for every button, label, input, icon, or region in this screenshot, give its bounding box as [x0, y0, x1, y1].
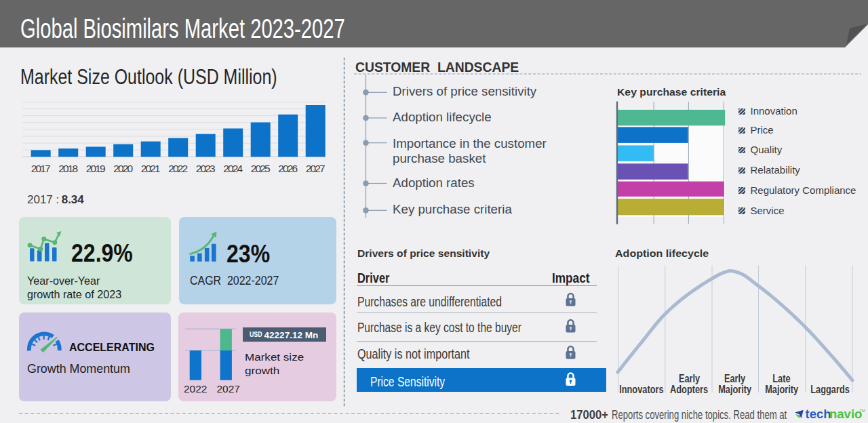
svg-text:tech: tech [806, 407, 831, 421]
svg-text:TM: TM [860, 409, 865, 413]
svg-text:navio: navio [829, 407, 862, 421]
